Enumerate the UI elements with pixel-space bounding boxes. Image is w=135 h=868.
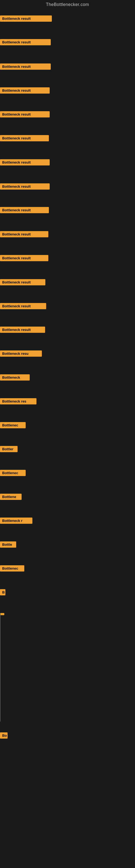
result-row[interactable]: Bottleneck result [0,39,51,45]
bottleneck-label-18[interactable]: Bottlenec [0,422,26,428]
result-row[interactable]: Bottleneck result [0,231,48,237]
bottleneck-label-11[interactable]: Bottleneck result [0,255,48,261]
result-row[interactable] [0,613,4,615]
result-row[interactable]: Bottleneck result [0,279,45,285]
bottleneck-label-8[interactable]: Bottleneck result [0,183,50,190]
bottleneck-label-2[interactable]: Bottleneck result [0,39,51,45]
result-row[interactable]: Bottleneck result [0,63,51,70]
result-row[interactable]: B [0,589,5,595]
result-row[interactable]: Bottleneck result [0,327,45,333]
bottleneck-label-5[interactable]: Bottleneck result [0,111,50,118]
bottleneck-label-13[interactable]: Bottleneck result [0,303,46,309]
result-row[interactable]: Bottleneck result [0,255,48,261]
vertical-line [0,613,1,721]
bottleneck-label-3[interactable]: Bottleneck result [0,63,51,70]
bottleneck-label-1[interactable]: Bottleneck result [0,16,52,22]
bottleneck-label-24[interactable]: Bottlenec [0,565,24,571]
result-row[interactable]: Bottlenec [0,470,26,476]
bottleneck-label-6[interactable]: Bottleneck result [0,135,49,141]
bottleneck-label-16[interactable]: Bottleneck [0,374,30,380]
result-row[interactable]: Bottleneck result [0,207,49,213]
bottleneck-label-25[interactable]: B [0,589,5,595]
result-row[interactable]: Bottleneck result [0,159,50,165]
bottleneck-label-19[interactable]: Bottler [0,446,17,452]
result-row[interactable]: Bottleneck resu [0,350,42,357]
result-row[interactable]: Bo [0,733,8,739]
result-row[interactable]: Bottleneck result [0,16,52,22]
result-row[interactable]: Bottleneck result [0,135,49,141]
result-row[interactable]: Bottleneck result [0,303,46,309]
result-row[interactable]: Bottle [0,541,16,548]
result-row[interactable]: Bottler [0,446,17,452]
bottleneck-label-17[interactable]: Bottleneck res [0,398,37,404]
result-row[interactable]: Bottlenec [0,565,24,571]
result-row[interactable]: Bottleneck res [0,398,37,404]
bottleneck-label-10[interactable]: Bottleneck result [0,231,48,237]
bottleneck-label-14[interactable]: Bottleneck result [0,327,45,333]
bottleneck-label-9[interactable]: Bottleneck result [0,207,49,213]
bottleneck-label-26[interactable] [0,613,4,615]
site-title: TheBottlenecker.com [0,0,135,10]
result-row[interactable]: Bottleneck r [0,518,32,524]
bottleneck-label-12[interactable]: Bottleneck result [0,279,45,285]
result-row[interactable]: Bottleneck result [0,111,50,118]
result-row[interactable]: Bottlene [0,494,21,500]
bottleneck-label-15[interactable]: Bottleneck resu [0,350,42,357]
bottleneck-label-20[interactable]: Bottlenec [0,470,26,476]
result-row[interactable]: Bottleneck result [0,183,50,190]
bottleneck-label-7[interactable]: Bottleneck result [0,159,50,165]
result-row[interactable]: Bottlenec [0,422,26,428]
bottleneck-label-4[interactable]: Bottleneck result [0,87,50,94]
result-row[interactable]: Bottleneck result [0,87,50,94]
bottleneck-label-22[interactable]: Bottleneck r [0,518,32,524]
bottleneck-label-21[interactable]: Bottlene [0,494,21,500]
bottleneck-label-27[interactable]: Bo [0,733,8,739]
bottleneck-label-23[interactable]: Bottle [0,541,16,548]
result-row[interactable]: Bottleneck [0,374,30,380]
